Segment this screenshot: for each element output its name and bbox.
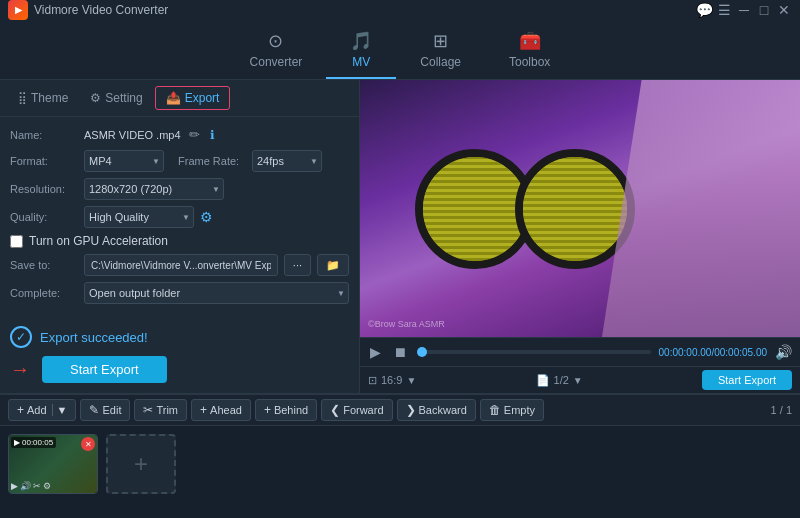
- bottom-toolbar: + Add ▼ ✎ Edit ✂ Trim + Ahead +: [0, 393, 800, 425]
- add-label: Add: [27, 404, 47, 416]
- trim-button[interactable]: ✂ Trim: [134, 399, 187, 421]
- empty-button[interactable]: 🗑 Empty: [480, 399, 544, 421]
- right-panel: ©️Brow Sara ASMR ▶ ⏹ 00:00:00.00/00:00:0…: [360, 80, 800, 393]
- sub-tab-setting[interactable]: ⚙ Setting: [80, 87, 152, 109]
- forward-icon: ❮: [330, 403, 340, 417]
- sub-tab-theme[interactable]: ⣿ Theme: [8, 87, 78, 109]
- video-preview: ©️Brow Sara ASMR: [360, 80, 800, 337]
- save-to-folder-button[interactable]: 📁: [317, 254, 349, 276]
- tab-converter[interactable]: ⊙ Converter: [226, 24, 327, 79]
- sub-tab-export[interactable]: 📤 Export: [155, 86, 231, 110]
- backward-icon: ❯: [406, 403, 416, 417]
- quality-settings-icon[interactable]: ⚙: [200, 209, 213, 225]
- ratio-select: ⊡ 16:9 ▼: [368, 374, 416, 387]
- behind-label: Behind: [274, 404, 308, 416]
- resolution-select[interactable]: 1280x720 (720p): [84, 178, 224, 200]
- resolution-row: Resolution: 1280x720 (720p) ▼: [10, 178, 349, 200]
- add-clip-button[interactable]: +: [106, 434, 176, 494]
- timeline: ▶ 00:00:05 ✕ ▶ 🔊 ✂ ⚙ +: [0, 425, 800, 518]
- setting-icon: ⚙: [90, 91, 101, 105]
- clip-settings-button[interactable]: ⚙: [43, 481, 51, 491]
- frame-rate-select[interactable]: 24fps: [252, 150, 322, 172]
- video-controls-row2: ⊡ 16:9 ▼ 📄 1/2 ▼ Start Export: [360, 366, 800, 393]
- edit-icon: ✎: [89, 403, 99, 417]
- app-icon: ▶: [8, 0, 28, 20]
- info-button[interactable]: ℹ: [208, 126, 217, 144]
- time-display: 00:00:00.00/00:00:05.00: [659, 347, 767, 358]
- format-row: Format: MP4 ▼ Frame Rate: 24fps: [10, 150, 349, 172]
- resolution-label: Resolution:: [10, 183, 78, 195]
- play-button[interactable]: ▶: [368, 342, 383, 362]
- behind-icon: +: [264, 403, 271, 417]
- complete-row: Complete: Open output folder ▼: [10, 282, 349, 304]
- trash-icon: 🗑: [489, 403, 501, 417]
- tab-toolbox[interactable]: 🧰 Toolbox: [485, 24, 574, 79]
- save-to-label: Save to:: [10, 259, 78, 271]
- export-btn-area: → Start Export: [0, 352, 359, 393]
- close-button[interactable]: ✕: [776, 2, 792, 18]
- collage-icon: ⊞: [433, 30, 448, 52]
- stop-button[interactable]: ⏹: [391, 342, 409, 362]
- ahead-button[interactable]: + Ahead: [191, 399, 251, 421]
- mv-icon: 🎵: [350, 30, 372, 52]
- clip-count: 1/2: [554, 374, 569, 386]
- backward-label: Backward: [419, 404, 467, 416]
- edit-label: Edit: [102, 404, 121, 416]
- left-panel: ⣿ Theme ⚙ Setting 📤 Export: [0, 80, 360, 393]
- converter-icon: ⊙: [268, 30, 283, 52]
- maximize-button[interactable]: □: [756, 2, 772, 18]
- bottom-area: + Add ▼ ✎ Edit ✂ Trim + Ahead +: [0, 393, 800, 518]
- clip-count-area: 📄 1/2 ▼: [536, 374, 583, 387]
- empty-label: Empty: [504, 404, 535, 416]
- frame-rate-label: Frame Rate:: [178, 155, 246, 167]
- tab-mv[interactable]: 🎵 MV: [326, 24, 396, 79]
- volume-icon[interactable]: 🔊: [775, 344, 792, 360]
- clip-volume-button[interactable]: 🔊: [20, 481, 31, 491]
- sub-tab-setting-label: Setting: [105, 91, 142, 105]
- save-to-dots-button[interactable]: ···: [284, 254, 311, 276]
- video-controls-row1: ▶ ⏹ 00:00:00.00/00:00:05.00 🔊: [360, 337, 800, 366]
- sub-tab-export-label: Export: [185, 91, 220, 105]
- clip-close-button[interactable]: ✕: [81, 437, 95, 451]
- minimize-button[interactable]: ─: [736, 2, 752, 18]
- clip-trim-button[interactable]: ✂: [33, 481, 41, 491]
- quality-label: Quality:: [10, 211, 78, 223]
- ahead-label: Ahead: [210, 404, 242, 416]
- start-export-small-button[interactable]: Start Export: [702, 370, 792, 390]
- quality-select[interactable]: High Quality: [84, 206, 194, 228]
- sub-tab-theme-label: Theme: [31, 91, 68, 105]
- clip-duration-icon: ▶: [14, 438, 20, 447]
- tab-collage[interactable]: ⊞ Collage: [396, 24, 485, 79]
- toolbox-icon: 🧰: [519, 30, 541, 52]
- progress-bar[interactable]: [417, 350, 651, 354]
- behind-button[interactable]: + Behind: [255, 399, 317, 421]
- start-export-button[interactable]: Start Export: [42, 356, 167, 383]
- resize-icon: ⊡: [368, 374, 377, 387]
- export-icon: 📤: [166, 91, 181, 105]
- forward-button[interactable]: ❮ Forward: [321, 399, 392, 421]
- sub-tabs: ⣿ Theme ⚙ Setting 📤 Export: [0, 80, 359, 117]
- ratio-dropdown-button[interactable]: ▼: [406, 375, 416, 386]
- add-button[interactable]: + Add ▼: [8, 399, 76, 421]
- edit-button[interactable]: ✎ Edit: [80, 399, 130, 421]
- tab-toolbox-label: Toolbox: [509, 55, 550, 69]
- clip-play-button[interactable]: ▶: [11, 481, 18, 491]
- gpu-checkbox[interactable]: [10, 235, 23, 248]
- form-area: Name: ASMR VIDEO .mp4 ✏ ℹ Format: MP4 ▼: [0, 117, 359, 318]
- edit-name-button[interactable]: ✏: [187, 125, 202, 144]
- titlebar: ▶ Vidmore Video Converter 💬 ☰ ─ □ ✕: [0, 0, 800, 20]
- save-to-input[interactable]: C:\Vidmore\Vidmore V...onverter\MV Expor…: [84, 254, 278, 276]
- add-dropdown-icon[interactable]: ▼: [52, 404, 68, 416]
- success-icon: ✓: [10, 326, 32, 348]
- trim-icon: ✂: [143, 403, 153, 417]
- tab-mv-label: MV: [352, 55, 370, 69]
- format-select[interactable]: MP4: [84, 150, 164, 172]
- page-count: 1 / 1: [771, 404, 792, 416]
- name-label: Name:: [10, 129, 78, 141]
- menu-icon[interactable]: ☰: [716, 2, 732, 18]
- backward-button[interactable]: ❯ Backward: [397, 399, 476, 421]
- clip-count-dropdown-button[interactable]: ▼: [573, 375, 583, 386]
- complete-select[interactable]: Open output folder: [84, 282, 349, 304]
- video-content: [360, 80, 800, 337]
- chat-icon[interactable]: 💬: [696, 2, 712, 18]
